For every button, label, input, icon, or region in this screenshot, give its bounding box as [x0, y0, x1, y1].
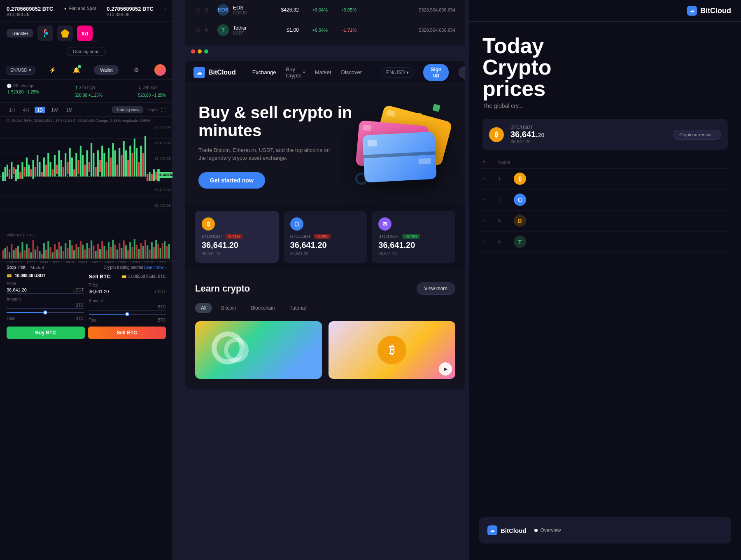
price-card-btc[interactable]: ₿ BTC/USDT -0.79% 36,641.20 36,641.20 — [195, 211, 279, 263]
svg-rect-64 — [123, 141, 125, 176]
buy-btc-button[interactable]: Buy BTC — [7, 327, 85, 339]
wallet-btc-right: 0.2785689852 BTC — [107, 6, 153, 12]
usdt-rt-icon: T — [514, 236, 526, 248]
price-card-eth[interactable]: ⬡ BTC/USDT -0.79% 36,641.20 36,641.20 — [284, 211, 367, 263]
trading-view-button[interactable]: Trading view — [112, 106, 143, 113]
btcusdt-price: 36,641.20 — [510, 130, 666, 139]
coming-soon-button[interactable]: Coming soon — [67, 47, 106, 56]
svg-rect-69 — [134, 139, 135, 177]
nav-market[interactable]: Market — [315, 69, 331, 75]
avatar[interactable] — [154, 64, 166, 76]
view-more-button[interactable]: View more — [417, 282, 455, 295]
sell-btc-button[interactable]: Sell BTC — [88, 327, 166, 339]
svg-rect-46 — [84, 165, 86, 177]
svg-rect-25 — [39, 162, 40, 177]
notification-button[interactable]: 🔔 — [70, 64, 82, 76]
row-num-4: 4 — [205, 27, 213, 33]
star-rt-1[interactable]: ☆ — [482, 176, 495, 182]
sell-price-input[interactable]: 36,641.20 USDT — [89, 288, 166, 295]
filter-tutorial[interactable]: Tutorial — [284, 303, 312, 313]
sell-column: Sell BTC 💳 1.03556875565 BTC Price 36,64… — [89, 273, 166, 322]
svg-rect-34 — [58, 150, 60, 176]
buy-slider[interactable] — [7, 312, 84, 313]
sell-price-label: Price — [89, 283, 166, 287]
order-panel: Stop-limit Market Crypto trading tutoria… — [0, 261, 172, 342]
filter-all[interactable]: All — [195, 303, 212, 313]
next-arrow[interactable]: › — [164, 6, 166, 12]
right-table-row-2[interactable]: ☆ 2 ⬡ — [479, 189, 731, 210]
star-4[interactable]: ☆ — [195, 26, 201, 34]
login-button[interactable]: Login — [459, 66, 465, 79]
star-rt-2[interactable]: ☆ — [482, 197, 495, 203]
learn-card-2[interactable]: ₿ ▶ — [329, 321, 455, 379]
star-3[interactable]: ☆ — [195, 6, 201, 14]
xd-icon[interactable]: Xd — [77, 26, 93, 41]
lightning-button[interactable]: ⚡ — [47, 64, 58, 76]
nav-exchange[interactable]: Exchange — [252, 69, 276, 75]
window-minimize-dot[interactable] — [198, 49, 202, 54]
right-table-row-4[interactable]: ☆ 4 T — [479, 231, 731, 252]
figma-icon[interactable] — [37, 26, 53, 41]
svg-rect-74 — [144, 136, 146, 177]
svg-rect-21 — [30, 169, 32, 176]
price-cards-section: ₿ BTC/USDT -0.79% 36,641.20 36,641.20 ⬡ … — [185, 204, 465, 269]
overview-item[interactable]: Overview — [534, 527, 561, 533]
nav-discover[interactable]: Discover — [341, 69, 362, 75]
right-table-row-3[interactable]: ☆ 3 B — [479, 210, 731, 231]
stop-limit-button[interactable]: Stop-limit — [7, 265, 26, 270]
right-table-row-1[interactable]: ☆ 1 ₿ — [479, 168, 731, 189]
nav-lang-selector[interactable]: EN/USD ▾ — [382, 68, 413, 77]
learn-now-link[interactable]: Learn now › — [144, 265, 166, 270]
signup-button[interactable]: Sign up — [423, 64, 449, 81]
transfer-button[interactable]: Transfer — [7, 29, 33, 37]
filter-blockchain[interactable]: Blockchain — [245, 303, 280, 313]
svg-rect-96 — [28, 248, 30, 259]
svg-rect-9 — [4, 167, 6, 182]
tf-1h[interactable]: 1H — [7, 107, 17, 113]
window-maximize-dot[interactable] — [204, 49, 208, 54]
svg-rect-13 — [13, 167, 14, 174]
settings-button[interactable]: ⚙ — [131, 64, 142, 76]
sell-price-unit: USDT — [155, 289, 166, 294]
svg-rect-39 — [69, 148, 71, 177]
star-rt-3[interactable]: ☆ — [482, 218, 495, 224]
btcusdt-price-decimal: 20 — [538, 132, 545, 138]
nav-buy-crypto[interactable]: Buy Crypto ▾ — [286, 66, 305, 79]
tf-1d[interactable]: 1D — [35, 107, 45, 113]
svg-rect-158 — [162, 243, 163, 259]
tf-1m[interactable]: 1M — [64, 107, 75, 113]
right-panel: ☁ BitCloud Today Crypto prices The globa… — [469, 0, 741, 560]
tether-change2: -1.71% — [332, 28, 357, 33]
market-button[interactable]: Market — [30, 265, 44, 270]
price-input[interactable]: 36,641.20 USDT — [7, 287, 84, 294]
star-rt-4[interactable]: ☆ — [482, 239, 495, 245]
row-num-rt-4: 4 — [498, 239, 510, 244]
svg-rect-159 — [164, 241, 165, 259]
sell-price-value: 36,641.20 — [89, 289, 109, 294]
learn-card-1[interactable] — [195, 321, 322, 379]
get-started-button[interactable]: Get started now — [198, 172, 265, 189]
svg-rect-85 — [4, 248, 6, 259]
amount-input[interactable]: BTC — [7, 302, 84, 309]
svg-rect-140 — [123, 240, 125, 259]
buy-crypto-chevron: ▾ — [303, 70, 305, 75]
msg-pc-sub: 36,641.20 — [378, 252, 449, 256]
filter-bitcoin[interactable]: Bitcoin — [215, 303, 242, 313]
depth-button[interactable]: Depth — [147, 107, 158, 112]
language-selector[interactable]: EN/USD ▾ — [7, 66, 35, 75]
btcusdt-card[interactable]: ₿ BTC/USDT 36,641.20 36,641.20 Cryptocur… — [482, 119, 728, 150]
sketch-icon[interactable] — [57, 26, 73, 41]
sell-amount-input[interactable]: BTC — [89, 304, 166, 310]
svg-rect-130 — [101, 241, 103, 259]
tf-1w[interactable]: 1W — [49, 107, 61, 113]
window-close-dot[interactable] — [191, 49, 195, 54]
play-button-overlay[interactable]: ▶ — [439, 362, 452, 376]
wallet-button[interactable]: Wallet — [94, 65, 119, 75]
tf-4h[interactable]: 4H — [21, 107, 31, 113]
cryptocurrencies-button[interactable]: Cryptocurrencie... — [673, 130, 721, 140]
sell-slider[interactable] — [89, 314, 166, 315]
price-card-msg[interactable]: ✉ BTC/USDT +0.79% 36,641.20 36,641.20 — [372, 211, 455, 263]
sell-total-unit: BTC — [158, 318, 166, 322]
expand-button[interactable]: ⛶ — [161, 107, 166, 113]
buy-price-field: Price 36,641.20 USDT — [7, 281, 84, 294]
